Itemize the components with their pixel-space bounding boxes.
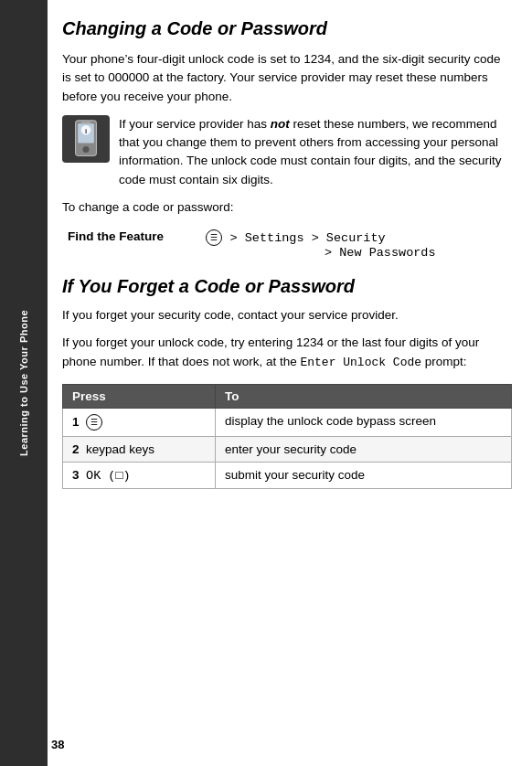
find-feature-table: Find the Feature ☰ > Settings > Security… — [62, 228, 512, 261]
intro-para1: Your phone’s four-digit unlock code is s… — [62, 50, 512, 106]
svg-text:i: i — [85, 127, 87, 135]
col-header-press: Press — [63, 385, 216, 409]
main-content: Changing a Code or Password Your phone’s… — [48, 0, 532, 766]
to-change-text: To change a code or password: — [62, 198, 512, 217]
section2-title: If You Forget a Code or Password — [62, 276, 512, 297]
table-row: 1 ☰ display the unlock code bypass scree… — [63, 409, 512, 437]
svg-point-2 — [82, 146, 89, 153]
find-feature-label: Find the Feature — [62, 228, 200, 261]
forget-para2: If you forget your unlock code, try ente… — [62, 334, 512, 371]
row2-press: 2 keypad keys — [63, 437, 216, 463]
info-icon-box: i — [62, 115, 110, 163]
forget-para1: If you forget your security code, contac… — [62, 306, 512, 324]
col-header-to: To — [215, 385, 511, 409]
data-table: Press To 1 ☰ display the unlock code byp… — [62, 384, 512, 489]
enter-unlock-code-label: Enter Unlock Code — [300, 356, 421, 369]
info-text: If your service provider has not reset t… — [119, 115, 512, 189]
menu-circle-icon: ☰ — [86, 414, 102, 431]
row2-to: enter your security code — [215, 437, 511, 463]
info-block: i If your service provider has not reset… — [62, 115, 512, 189]
phone-icon: i — [69, 119, 103, 159]
row3-press: 3 OK (□) — [63, 463, 216, 489]
svg-rect-3 — [81, 122, 91, 123]
sidebar: Learning to Use Your Phone — [0, 0, 48, 766]
menu-icon-circle: ☰ — [206, 229, 222, 246]
row1-to: display the unlock code bypass screen — [215, 409, 511, 437]
row1-press: 1 ☰ — [63, 409, 216, 437]
table-row: 2 keypad keys enter your security code — [63, 437, 512, 463]
sidebar-label: Learning to Use Your Phone — [18, 310, 29, 456]
find-feature-value: ☰ > Settings > Security > New Passwords — [200, 228, 512, 261]
page-number: 38 — [51, 738, 64, 751]
page-title: Changing a Code or Password — [62, 18, 512, 39]
table-row: 3 OK (□) submit your security code — [63, 463, 512, 489]
row3-to: submit your security code — [215, 463, 511, 489]
